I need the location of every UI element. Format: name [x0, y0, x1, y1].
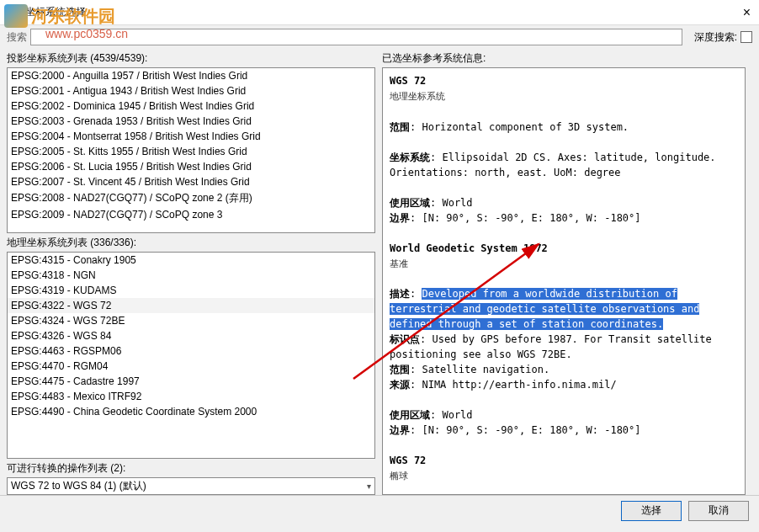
bounds2-value: : [N: 90°, S: -90°, E: 180°, W: -180°]: [410, 424, 641, 436]
scope-value: : Horizontal component of 3D system.: [410, 121, 629, 133]
geo-listbox[interactable]: EPSG:4315 - Conakry 1905EPSG:4318 - NGNE…: [7, 252, 375, 458]
list-item[interactable]: EPSG:4483 - Mexico ITRF92: [8, 389, 374, 404]
close-icon[interactable]: ×: [743, 5, 751, 20]
area2-value: : World: [430, 409, 473, 421]
left-column: 投影坐标系统列表 (4539/4539): EPSG:2000 - Anguil…: [0, 49, 379, 495]
origin-label: 标识点: [390, 333, 420, 345]
ellipsoid-subtitle: 椭球: [390, 471, 408, 481]
desc-highlighted: Developed from a worldwide distribution …: [390, 288, 699, 330]
list-item[interactable]: EPSG:4490 - China Geodetic Coordinate Sy…: [8, 404, 374, 419]
ops-value: WGS 72 to WGS 84 (1) (默认): [11, 479, 146, 493]
crs-title: WGS 72: [390, 75, 426, 87]
desc-pre: :: [410, 288, 422, 300]
app-icon: [7, 6, 20, 19]
ops-dropdown[interactable]: WGS 72 to WGS 84 (1) (默认): [7, 477, 375, 495]
proj-list-label: 投影坐标系统列表 (4539/4539):: [7, 49, 375, 67]
desc-label: 描述: [390, 288, 410, 300]
list-item[interactable]: EPSG:2005 - St. Kitts 1955 / British Wes…: [8, 144, 374, 159]
ellipsoid-title: WGS 72: [390, 455, 426, 466]
list-item[interactable]: EPSG:2001 - Antigua 1943 / British West …: [8, 83, 374, 98]
list-item[interactable]: EPSG:2000 - Anguilla 1957 / British West…: [8, 68, 374, 83]
info-label: 已选坐标参考系统信息:: [382, 49, 746, 67]
list-item[interactable]: EPSG:4463 - RGSPM06: [8, 343, 374, 359]
list-item[interactable]: EPSG:2002 - Dominica 1945 / British West…: [8, 98, 374, 114]
cancel-button[interactable]: 取消: [688, 501, 749, 521]
deep-search-checkbox[interactable]: [740, 31, 752, 43]
list-item[interactable]: EPSG:4318 - NGN: [8, 268, 374, 283]
scope2-value: : Satellite navigation.: [410, 364, 549, 375]
list-item[interactable]: EPSG:2003 - Grenada 1953 / British West …: [8, 114, 374, 129]
area2-label: 使用区域: [390, 409, 430, 421]
deep-search-group: 深度搜索:: [694, 30, 752, 45]
bounds2-label: 边界: [390, 424, 410, 436]
scope-label: 范围: [390, 121, 410, 133]
bounds-value: : [N: 90°, S: -90°, E: 180°, W: -180°]: [410, 212, 641, 224]
deep-search-label: 深度搜索:: [694, 30, 737, 45]
geo-list-label: 地理坐标系统列表 (336/336):: [7, 233, 375, 252]
list-item[interactable]: EPSG:4324 - WGS 72BE: [8, 313, 374, 328]
select-button[interactable]: 选择: [621, 501, 682, 521]
search-label: 搜索: [7, 30, 27, 45]
cs-label: 坐标系统: [390, 152, 430, 163]
info-panel[interactable]: WGS 72 地理坐标系统 范围: Horizontal component o…: [382, 67, 746, 495]
origin-value: : Used by GPS before 1987. For Transit s…: [390, 333, 712, 360]
source-value: : NIMA http://earth-info.nima.mil/: [410, 379, 617, 391]
title-bar: 坐标系统选择 ×: [0, 0, 759, 25]
proj-listbox[interactable]: EPSG:2000 - Anguilla 1957 / British West…: [7, 67, 375, 233]
list-item[interactable]: EPSG:2006 - St. Lucia 1955 / British Wes…: [8, 159, 374, 174]
svg-point-0: [8, 8, 19, 18]
datum-title: World Geodetic System 1972: [390, 242, 548, 254]
list-item[interactable]: EPSG:2009 - NAD27(CGQ77) / SCoPQ zone 3: [8, 207, 374, 222]
scope2-label: 范围: [390, 364, 410, 375]
list-item[interactable]: EPSG:4475 - Cadastre 1997: [8, 374, 374, 389]
search-input[interactable]: [30, 29, 682, 45]
datum-subtitle: 基准: [390, 258, 408, 269]
cs-value: : Ellipsoidal 2D CS. Axes: latitude, lon…: [390, 152, 716, 178]
crs-subtitle: 地理坐标系统: [390, 91, 445, 102]
area-label: 使用区域: [390, 197, 430, 209]
list-item[interactable]: EPSG:4326 - WGS 84: [8, 328, 374, 343]
list-item[interactable]: EPSG:4315 - Conakry 1905: [8, 253, 374, 268]
list-item[interactable]: EPSG:2004 - Montserrat 1958 / British We…: [8, 129, 374, 144]
list-item[interactable]: EPSG:4319 - KUDAMS: [8, 283, 374, 298]
area-value: : World: [430, 197, 473, 209]
search-bar: 搜索 深度搜索:: [0, 25, 759, 49]
right-column: 已选坐标参考系统信息: WGS 72 地理坐标系统 范围: Horizontal…: [379, 49, 752, 495]
footer: 选择 取消: [0, 495, 759, 525]
main-content: 投影坐标系统列表 (4539/4539): EPSG:2000 - Anguil…: [0, 49, 759, 495]
source-label: 来源: [390, 379, 410, 391]
list-item[interactable]: EPSG:4470 - RGM04: [8, 359, 374, 374]
bounds-label: 边界: [390, 212, 410, 224]
window-title: 坐标系统选择: [25, 5, 86, 19]
list-item[interactable]: EPSG:2007 - St. Vincent 45 / British Wes…: [8, 174, 374, 189]
list-item[interactable]: EPSG:4322 - WGS 72: [8, 298, 374, 313]
list-item[interactable]: EPSG:2008 - NAD27(CGQ77) / SCoPQ zone 2 …: [8, 189, 374, 207]
ops-list-label: 可进行转换的操作列表 (2):: [7, 459, 375, 477]
